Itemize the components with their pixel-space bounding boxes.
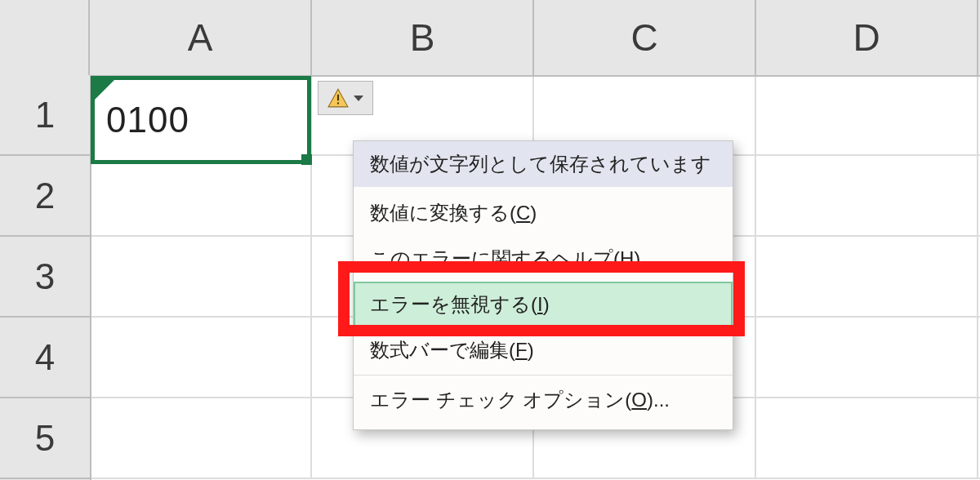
menu-item-error-checking-options[interactable]: エラー チェック オプション(O)... xyxy=(354,377,733,423)
menu-item-label: エラー チェック オプション( xyxy=(370,389,631,411)
row-header-column: 1 2 3 4 5 xyxy=(0,75,91,480)
cell-A5[interactable] xyxy=(90,398,312,479)
svg-rect-1 xyxy=(337,95,339,101)
row-header-2[interactable]: 2 xyxy=(0,156,90,237)
column-header-B[interactable]: B xyxy=(312,0,534,75)
cell-D5[interactable] xyxy=(756,398,978,479)
menu-item-accel: H xyxy=(620,247,634,269)
cell-D2[interactable] xyxy=(756,156,978,237)
cell-D1[interactable] xyxy=(756,75,978,156)
cell-D3[interactable] xyxy=(756,237,978,318)
select-all-corner[interactable] xyxy=(0,0,90,75)
column-header-row: A B C D xyxy=(0,0,980,77)
row-header-5[interactable]: 5 xyxy=(0,398,90,479)
menu-item-label: 数値に変換する( xyxy=(370,202,516,224)
cell-D4[interactable] xyxy=(756,318,978,398)
row-header-4[interactable]: 4 xyxy=(0,318,90,398)
error-smart-tag-button[interactable] xyxy=(318,81,373,115)
spreadsheet: A B C D 1 2 3 4 5 xyxy=(0,0,980,480)
chevron-down-icon xyxy=(354,96,363,101)
menu-item-ignore-error[interactable]: エラーを無視する(I) xyxy=(354,282,733,327)
menu-item-suffix: ) xyxy=(528,339,534,361)
column-header-A[interactable]: A xyxy=(90,0,312,75)
cell-value: 0100 xyxy=(106,100,189,140)
menu-item-help-on-error[interactable]: このエラーに関するヘルプ(H) xyxy=(354,236,733,282)
menu-item-label: 数式バーで編集( xyxy=(370,339,515,361)
menu-item-suffix: ) xyxy=(634,247,640,269)
menu-item-accel: F xyxy=(515,339,528,361)
menu-item-label: エラーを無視する( xyxy=(370,293,537,315)
row-header-1[interactable]: 1 xyxy=(0,75,90,156)
menu-item-accel: O xyxy=(631,389,647,411)
menu-item-suffix: )... xyxy=(647,389,670,411)
menu-item-accel: C xyxy=(516,202,530,224)
menu-separator xyxy=(354,375,733,376)
menu-item-convert-to-number[interactable]: 数値に変換する(C) xyxy=(354,190,733,236)
menu-item-accel: I xyxy=(537,293,543,315)
column-header-C[interactable]: C xyxy=(534,0,756,75)
error-indicator-triangle xyxy=(95,80,114,100)
menu-item-edit-in-formula-bar[interactable]: 数式バーで編集(F) xyxy=(354,327,733,373)
warning-icon xyxy=(327,88,349,108)
column-header-D[interactable]: D xyxy=(756,0,978,75)
selected-cell-A1[interactable]: 0100 xyxy=(91,76,311,164)
menu-item-suffix: ) xyxy=(543,293,550,315)
svg-rect-2 xyxy=(337,102,339,104)
menu-item-label: このエラーに関するヘルプ( xyxy=(370,247,620,269)
cell-A3[interactable] xyxy=(90,237,312,318)
menu-item-suffix: ) xyxy=(530,202,537,224)
fill-handle[interactable] xyxy=(301,154,312,165)
row-header-3[interactable]: 3 xyxy=(0,237,90,318)
error-context-menu: 数値が文字列として保存されています 数値に変換する(C) このエラーに関するヘル… xyxy=(353,140,733,430)
cell-A4[interactable] xyxy=(90,318,312,398)
menu-header: 数値が文字列として保存されています xyxy=(354,141,733,187)
cell-A2[interactable] xyxy=(90,156,312,237)
